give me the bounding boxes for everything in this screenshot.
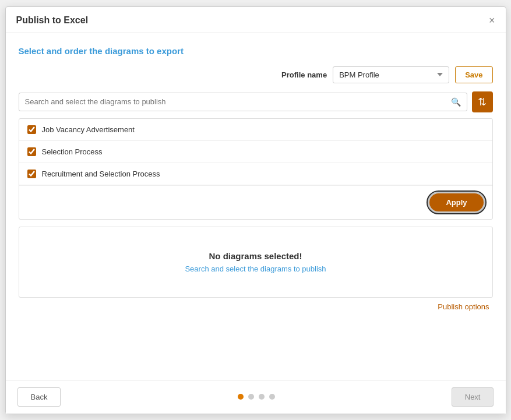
modal-footer: Back Next: [6, 380, 506, 414]
dot-3: [259, 394, 265, 400]
apply-button[interactable]: Apply: [429, 193, 483, 211]
diagrams-list: Job Vacancy Advertisement Selection Proc…: [19, 118, 493, 220]
back-button[interactable]: Back: [17, 387, 61, 407]
modal-header: Publish to Excel ×: [6, 7, 506, 33]
profile-label: Profile name: [281, 70, 327, 79]
next-button[interactable]: Next: [452, 387, 494, 407]
search-input[interactable]: [25, 97, 451, 106]
diagram-label-2[interactable]: Selection Process: [42, 147, 103, 156]
pagination-dots: [238, 394, 275, 400]
section-title-text-end: to export: [144, 46, 184, 56]
apply-row: Apply: [19, 185, 492, 219]
diagram-checkbox-1[interactable]: [27, 125, 36, 134]
diagram-label-1[interactable]: Job Vacancy Advertisement: [42, 125, 135, 134]
publish-options-link[interactable]: Publish options: [438, 302, 489, 311]
selected-diagrams-area: No diagrams selected! Search and select …: [19, 227, 493, 298]
search-box: 🔍: [19, 93, 467, 111]
publish-options-row: Publish options: [19, 298, 492, 317]
profile-row: Profile name BPM Profile Save: [19, 66, 493, 83]
apply-btn-wrapper: Apply: [427, 190, 486, 214]
diagram-checkbox-3[interactable]: [27, 170, 36, 178]
no-diagrams-title: No diagrams selected!: [209, 251, 302, 261]
modal-body: Select and order the diagrams to export …: [6, 33, 506, 380]
dot-4: [269, 394, 275, 400]
modal-title: Publish to Excel: [16, 15, 89, 26]
save-button[interactable]: Save: [455, 66, 492, 83]
section-title-link: diagrams: [105, 46, 144, 56]
dot-1: [238, 394, 244, 400]
section-title-text-start: Select and order the: [19, 46, 105, 56]
list-item: Recruitment and Selection Process: [19, 163, 492, 185]
search-icon: 🔍: [451, 97, 461, 107]
profile-select[interactable]: BPM Profile: [333, 66, 449, 83]
list-item: Selection Process: [19, 141, 492, 163]
sort-icon: ⇅: [478, 96, 487, 108]
list-item: Job Vacancy Advertisement: [19, 119, 492, 141]
diagram-checkbox-2[interactable]: [27, 147, 36, 156]
diagram-label-3[interactable]: Recruitment and Selection Process: [42, 170, 160, 178]
dot-2: [248, 394, 254, 400]
no-diagrams-area: No diagrams selected! Search and select …: [19, 227, 492, 297]
close-button[interactable]: ×: [489, 15, 495, 26]
sort-button[interactable]: ⇅: [472, 91, 493, 112]
section-title: Select and order the diagrams to export: [19, 46, 493, 56]
modal-publish-to-excel: Publish to Excel × Select and order the …: [5, 6, 506, 414]
no-diagrams-subtitle: Search and select the diagrams to publis…: [185, 264, 326, 273]
search-row: 🔍 ⇅: [19, 91, 493, 112]
